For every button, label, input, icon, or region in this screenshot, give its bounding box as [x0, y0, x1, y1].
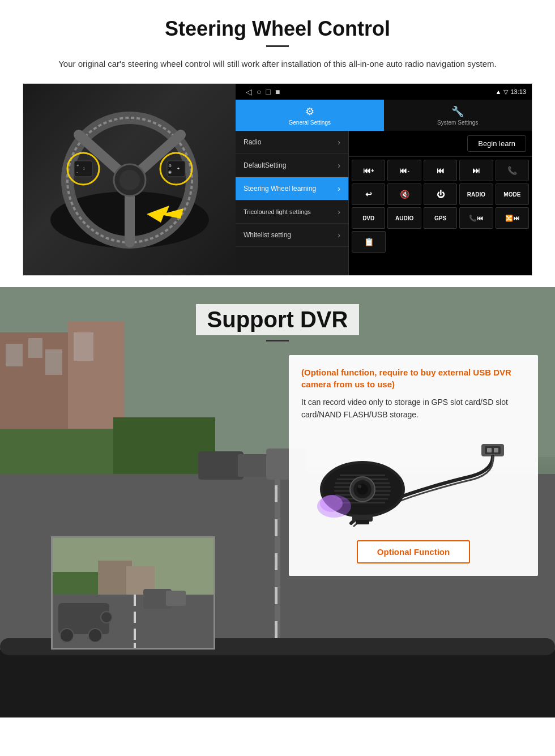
android-right-panel: Begin learn ⏮+ ⏮- ⏮ ⏭ 📞 ↩ [349, 131, 532, 275]
status-time: 13:13 [510, 88, 526, 95]
android-content: Radio › DefaultSetting › Steering Wheel … [236, 131, 532, 275]
title-divider [266, 45, 289, 47]
ctrl-document[interactable]: 📋 [352, 231, 386, 253]
home-icon: ○ [257, 87, 261, 96]
menu-whitelist-label: Whitelist setting [244, 231, 291, 239]
svg-rect-32 [275, 553, 278, 570]
statusbar-nav: ◁ ○ □ ■ [241, 87, 493, 96]
dvr-section: Support DVR (Optional function, require … [0, 287, 555, 717]
menu-steering-label: Steering Wheel learning [244, 185, 316, 193]
dvr-optional-text: (Optional function, require to buy exter… [301, 366, 526, 390]
svg-text:◉: ◉ [168, 170, 172, 174]
svg-rect-69 [134, 595, 136, 606]
ctrl-radio[interactable]: RADIO [459, 183, 493, 205]
menu-item-whitelist[interactable]: Whitelist setting › [236, 224, 348, 247]
ctrl-prev[interactable]: ⏮ [424, 160, 457, 181]
menu-default-label: DefaultSetting [244, 161, 286, 169]
dvr-camera-illustration [301, 430, 526, 532]
settings-icon: ⚙ [305, 105, 314, 118]
svg-rect-74 [166, 591, 186, 606]
svg-rect-40 [0, 650, 555, 717]
steering-wheel-image: + - ↕ ⚙ ◉ ✦ [45, 106, 215, 254]
signal-icon: ▲ [496, 88, 502, 95]
dvr-description: It can record video only to storage in G… [301, 396, 526, 421]
menu-radio-label: Radio [244, 138, 261, 146]
dvr-divider [266, 340, 289, 341]
svg-rect-37 [198, 451, 244, 480]
dvr-title: Support DVR [196, 304, 360, 335]
ctrl-back[interactable]: ↩ [352, 183, 385, 205]
menu-item-default[interactable]: DefaultSetting › [236, 154, 348, 177]
dvr-inset-svg [53, 538, 215, 650]
ctrl-phone[interactable]: 📞 [496, 160, 529, 181]
svg-text:⚙: ⚙ [168, 164, 172, 168]
steering-demo: + - ↕ ⚙ ◉ ✦ ◁ ○ □ ■ [23, 83, 532, 276]
ctrl-vol-up[interactable]: ⏮+ [352, 160, 385, 181]
tab-general-label: General Settings [289, 119, 331, 126]
tab-system-settings[interactable]: 🔧 System Settings [384, 100, 532, 131]
ctrl-power[interactable]: ⏻ [424, 183, 457, 205]
back-icon: ◁ [246, 87, 252, 96]
svg-text:+: + [76, 163, 79, 168]
ctrl-shuffle-next[interactable]: 🔀⏭ [496, 207, 529, 229]
tab-general-settings[interactable]: ⚙ General Settings [236, 100, 384, 131]
dvr-camera-svg [306, 433, 521, 529]
recents-icon: □ [266, 87, 270, 96]
ctrl-mode[interactable]: MODE [496, 183, 529, 205]
controls-row-3: DVD AUDIO GPS 📞⏮ 🔀⏭ [352, 207, 529, 229]
android-tabs: ⚙ General Settings 🔧 System Settings [236, 100, 532, 131]
tab-system-label: System Settings [437, 119, 478, 126]
android-statusbar: ◁ ○ □ ■ ▲ ▽ 13:13 [236, 84, 532, 100]
dvr-title-area: Support DVR [0, 287, 555, 350]
svg-point-61 [320, 495, 343, 512]
ctrl-next[interactable]: ⏭ [459, 160, 493, 181]
android-menu: Radio › DefaultSetting › Steering Wheel … [236, 131, 349, 275]
ctrl-gps[interactable]: GPS [424, 207, 457, 229]
svg-rect-31 [275, 519, 278, 536]
menu-item-radio[interactable]: Radio › [236, 131, 348, 154]
wifi-icon: ▽ [503, 88, 508, 96]
svg-text:-: - [76, 169, 78, 174]
dvr-info-box: (Optional function, require to buy exter… [289, 355, 538, 576]
menu-steering-arrow: › [338, 184, 340, 193]
svg-rect-44 [487, 448, 492, 452]
svg-text:✦: ✦ [177, 166, 180, 170]
controls-row-2: ↩ 🔇 ⏻ RADIO MODE [352, 183, 529, 205]
svg-point-59 [358, 485, 361, 488]
controls-row-4: 📋 [352, 231, 529, 253]
svg-text:↕: ↕ [83, 166, 85, 171]
svg-rect-33 [275, 587, 278, 604]
svg-point-77 [88, 629, 102, 642]
svg-rect-23 [45, 349, 62, 375]
menu-icon: ■ [275, 87, 280, 96]
ctrl-audio[interactable]: AUDIO [387, 207, 421, 229]
svg-point-78 [101, 612, 112, 623]
optional-function-button[interactable]: Optional Function [357, 540, 470, 563]
controls-row-1: ⏮+ ⏮- ⏮ ⏭ 📞 [352, 160, 529, 181]
ctrl-dvd[interactable]: DVD [352, 207, 385, 229]
android-ui: ◁ ○ □ ■ ▲ ▽ 13:13 ⚙ General Settings [236, 84, 532, 275]
begin-learn-button[interactable]: Begin learn [467, 135, 526, 152]
dvr-inset-preview [51, 536, 215, 650]
controls-grid: ⏮+ ⏮- ⏮ ⏭ 📞 ↩ 🔇 ⏻ RADIO MODE [349, 157, 532, 255]
steering-subtitle: Your original car's steering wheel contr… [45, 57, 510, 71]
statusbar-status: ▲ ▽ 13:13 [496, 88, 526, 96]
menu-item-tricolour[interactable]: Tricoloured light settings › [236, 200, 348, 224]
system-icon: 🔧 [451, 105, 464, 118]
svg-point-76 [60, 629, 74, 642]
menu-tricolour-label: Tricoloured light settings [244, 208, 311, 215]
menu-radio-arrow: › [338, 138, 340, 147]
begin-learn-row: Begin learn [349, 131, 532, 157]
steering-section: Steering Wheel Control Your original car… [0, 0, 555, 287]
svg-rect-71 [134, 629, 136, 640]
menu-item-steering[interactable]: Steering Wheel learning › [236, 177, 348, 200]
ctrl-vol-down[interactable]: ⏮- [387, 160, 421, 181]
ctrl-mute[interactable]: 🔇 [387, 183, 421, 205]
steering-photo: + - ↕ ⚙ ◉ ✦ [23, 84, 236, 276]
svg-rect-45 [494, 448, 498, 452]
ctrl-phone-prev[interactable]: 📞⏮ [459, 207, 493, 229]
svg-rect-70 [134, 612, 136, 623]
page-title: Steering Wheel Control [23, 17, 532, 41]
menu-whitelist-arrow: › [338, 230, 340, 240]
svg-rect-30 [275, 485, 278, 502]
